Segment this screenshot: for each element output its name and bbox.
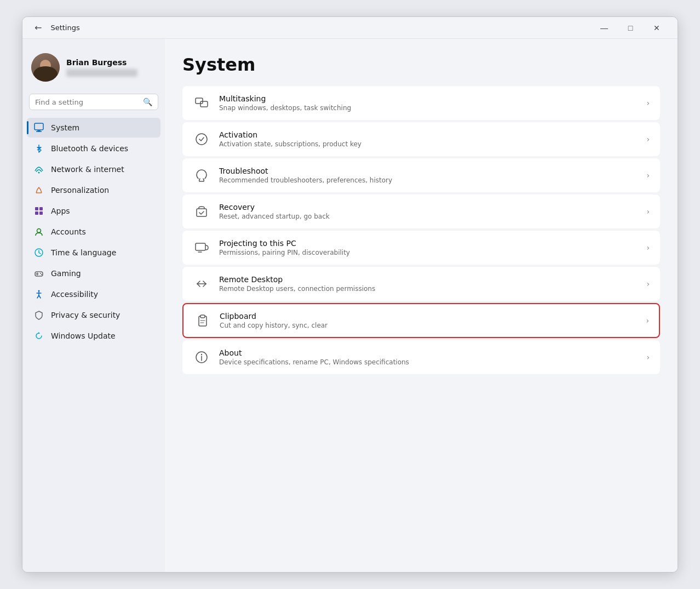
chevron-icon: ›	[646, 353, 650, 362]
back-icon[interactable]: ←	[31, 20, 45, 35]
about-desc: Device specifications, rename PC, Window…	[219, 358, 638, 366]
svg-rect-0	[35, 123, 43, 130]
main-content: System Multitasking Snap windows, deskto…	[165, 39, 678, 572]
search-icon: 🔍	[143, 98, 152, 106]
recovery-desc: Reset, advanced startup, go back	[219, 213, 638, 220]
setting-about[interactable]: About Device specifications, rename PC, …	[182, 340, 660, 374]
multitasking-desc: Snap windows, desktops, task switching	[219, 104, 638, 112]
sidebar-item-network[interactable]: Network & internet	[27, 159, 160, 179]
sidebar-label-personalization: Personalization	[51, 186, 109, 195]
sidebar-label-update: Windows Update	[51, 331, 116, 340]
setting-activation[interactable]: Activation Activation state, subscriptio…	[182, 122, 660, 156]
sidebar-item-system[interactable]: System	[27, 118, 160, 138]
troubleshoot-desc: Recommended troubleshooters, preferences…	[219, 176, 638, 184]
svg-rect-24	[197, 209, 206, 216]
sidebar-label-network: Network & internet	[51, 165, 124, 174]
svg-rect-5	[35, 207, 38, 210]
about-title: About	[219, 348, 638, 357]
user-profile: Brian Burgess	[27, 48, 160, 90]
svg-point-3	[38, 172, 40, 174]
sidebar: Brian Burgess 🔍 System	[22, 39, 165, 572]
multitasking-icon	[193, 94, 210, 112]
sidebar-label-system: System	[51, 123, 79, 132]
chevron-icon: ›	[646, 99, 650, 107]
svg-rect-6	[39, 207, 43, 210]
chevron-icon: ›	[646, 279, 650, 288]
setting-recovery[interactable]: Recovery Reset, advanced startup, go bac…	[182, 195, 660, 228]
activation-icon	[193, 130, 210, 148]
window-controls: — □ ✕	[592, 19, 669, 37]
setting-troubleshoot[interactable]: Troubleshoot Recommended troubleshooters…	[182, 158, 660, 192]
time-icon	[33, 247, 44, 258]
close-button[interactable]: ✕	[645, 19, 669, 37]
sidebar-item-accessibility[interactable]: Accessibility	[27, 284, 160, 304]
settings-list: Multitasking Snap windows, desktops, tas…	[182, 86, 660, 374]
page-title: System	[182, 54, 660, 75]
svg-rect-22	[200, 101, 208, 107]
troubleshoot-title: Troubleshoot	[219, 167, 638, 175]
remote-desktop-title: Remote Desktop	[219, 275, 638, 284]
sidebar-item-time[interactable]: Time & language	[27, 243, 160, 262]
multitasking-title: Multitasking	[219, 94, 638, 103]
user-name: Brian Burgess	[66, 58, 156, 67]
troubleshoot-icon	[193, 167, 210, 184]
svg-point-34	[201, 354, 202, 355]
setting-clipboard[interactable]: Clipboard Cut and copy history, sync, cl…	[182, 303, 660, 338]
projecting-desc: Permissions, pairing PIN, discoverabilit…	[219, 249, 638, 256]
sidebar-item-gaming[interactable]: Gaming	[27, 264, 160, 283]
sidebar-label-gaming: Gaming	[51, 269, 81, 278]
sidebar-label-privacy: Privacy & security	[51, 311, 120, 319]
remote-desktop-icon	[193, 275, 210, 293]
sidebar-label-apps: Apps	[51, 207, 70, 215]
svg-line-20	[39, 295, 41, 298]
svg-rect-25	[196, 243, 205, 250]
gaming-icon	[33, 268, 44, 279]
clipboard-icon	[193, 312, 211, 329]
network-icon	[33, 164, 44, 175]
sidebar-item-personalization[interactable]: Personalization	[27, 180, 160, 200]
avatar	[31, 53, 60, 82]
setting-projecting[interactable]: Projecting to this PC Permissions, pairi…	[182, 231, 660, 265]
titlebar: ← Settings — □ ✕	[22, 17, 678, 39]
svg-point-15	[41, 274, 42, 275]
svg-rect-29	[200, 315, 205, 318]
window-title: Settings	[50, 24, 79, 32]
sidebar-item-update[interactable]: Windows Update	[27, 326, 160, 346]
sidebar-item-apps[interactable]: Apps	[27, 201, 160, 221]
svg-point-9	[37, 229, 41, 233]
sidebar-item-privacy[interactable]: Privacy & security	[27, 305, 160, 325]
projecting-icon	[193, 239, 210, 256]
personalization-icon	[33, 185, 44, 196]
svg-rect-21	[196, 98, 203, 104]
svg-rect-8	[39, 211, 43, 215]
settings-window: ← Settings — □ ✕ Brian Burgess	[22, 16, 678, 573]
bluetooth-icon	[33, 143, 44, 154]
svg-rect-7	[35, 211, 38, 215]
system-icon	[33, 122, 44, 133]
setting-multitasking[interactable]: Multitasking Snap windows, desktops, tas…	[182, 86, 660, 120]
sidebar-item-accounts[interactable]: Accounts	[27, 222, 160, 242]
sidebar-label-accessibility: Accessibility	[51, 290, 98, 299]
content-area: Brian Burgess 🔍 System	[22, 39, 678, 572]
sidebar-label-time: Time & language	[51, 248, 116, 257]
recovery-icon	[193, 203, 210, 220]
search-box[interactable]: 🔍	[29, 94, 158, 110]
clipboard-title: Clipboard	[220, 312, 637, 321]
search-input[interactable]	[35, 98, 139, 106]
svg-point-14	[40, 273, 41, 274]
remote-desktop-desc: Remote Desktop users, connection permiss…	[219, 285, 638, 293]
recovery-title: Recovery	[219, 203, 638, 211]
accessibility-icon	[33, 289, 44, 300]
maximize-button[interactable]: □	[618, 19, 642, 37]
accounts-icon	[33, 226, 44, 237]
setting-remote-desktop[interactable]: Remote Desktop Remote Desktop users, con…	[182, 267, 660, 301]
sidebar-item-bluetooth[interactable]: Bluetooth & devices	[27, 139, 160, 158]
clipboard-desc: Cut and copy history, sync, clear	[220, 322, 637, 329]
minimize-button[interactable]: —	[592, 19, 616, 37]
svg-line-19	[37, 295, 39, 298]
privacy-icon	[33, 310, 44, 321]
activation-title: Activation	[219, 130, 638, 139]
chevron-icon: ›	[646, 207, 650, 216]
chevron-icon: ›	[646, 171, 650, 180]
chevron-icon: ›	[646, 316, 649, 325]
